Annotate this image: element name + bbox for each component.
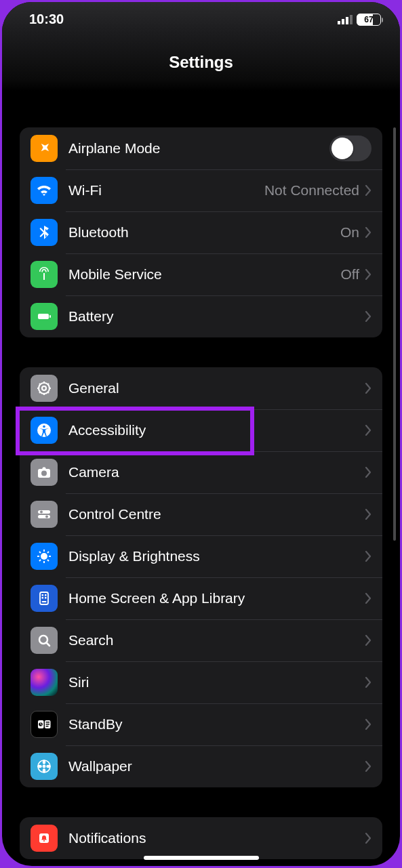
settings-group: Airplane ModeWi-FiNot ConnectedBluetooth…	[20, 127, 382, 337]
row-label: Bluetooth	[68, 224, 340, 241]
standby-icon	[31, 711, 58, 738]
page-title: Settings	[2, 33, 400, 91]
chevron-right-icon	[365, 383, 371, 394]
chevron-right-icon	[365, 677, 371, 688]
chevron-right-icon	[365, 833, 371, 844]
row-label: Airplane Mode	[68, 140, 329, 157]
row-label: Home Screen & App Library	[68, 590, 365, 606]
status-bar: 10:30 67	[2, 2, 400, 33]
status-right: 67	[338, 14, 381, 26]
chevron-right-icon	[365, 311, 371, 322]
chevron-right-icon	[365, 719, 371, 730]
row-label: Wi-Fi	[68, 182, 264, 199]
row-label: StandBy	[68, 716, 365, 732]
row-value: Not Connected	[264, 182, 359, 199]
row-airplane[interactable]: Airplane Mode	[20, 127, 382, 169]
chevron-right-icon	[365, 467, 371, 478]
settings-group: GeneralAccessibilityCameraControl Centre…	[20, 367, 382, 787]
settings-group: Notifications	[20, 817, 382, 859]
svg-rect-2	[346, 17, 348, 24]
chevron-right-icon	[365, 761, 371, 772]
row-label: Battery	[68, 308, 365, 325]
airplane-toggle[interactable]	[329, 136, 371, 161]
control-centre-icon	[31, 501, 58, 528]
general-icon	[31, 375, 58, 402]
chevron-right-icon	[365, 509, 371, 520]
row-standby[interactable]: StandBy	[20, 703, 382, 745]
row-display[interactable]: Display & Brightness	[20, 535, 382, 577]
row-wifi[interactable]: Wi-FiNot Connected	[20, 169, 382, 211]
row-battery[interactable]: Battery	[20, 295, 382, 337]
row-label: Siri	[68, 674, 365, 690]
chevron-right-icon	[365, 551, 371, 562]
chevron-right-icon	[365, 269, 371, 280]
row-wallpaper[interactable]: Wallpaper	[20, 745, 382, 787]
airplane-icon	[31, 135, 58, 162]
settings-scroll[interactable]: Airplane ModeWi-FiNot ConnectedBluetooth…	[2, 94, 400, 866]
camera-icon	[31, 459, 58, 486]
svg-rect-0	[338, 21, 340, 24]
chevron-right-icon	[365, 227, 371, 238]
cellular-signal-icon	[338, 15, 353, 24]
row-label: Accessibility	[68, 422, 365, 438]
wifi-icon	[31, 177, 58, 204]
wallpaper-icon	[31, 753, 58, 780]
row-label: Mobile Service	[68, 266, 340, 283]
row-label: General	[68, 380, 365, 396]
row-general[interactable]: General	[20, 367, 382, 409]
row-camera[interactable]: Camera	[20, 451, 382, 493]
battery-icon: 67	[357, 14, 381, 26]
row-label: Notifications	[68, 830, 365, 846]
row-bluetooth[interactable]: BluetoothOn	[20, 211, 382, 253]
battery-icon	[31, 303, 58, 330]
row-label: Search	[68, 632, 365, 648]
chevron-right-icon	[365, 185, 371, 196]
row-accessibility[interactable]: Accessibility	[20, 409, 382, 451]
bluetooth-icon	[31, 219, 58, 246]
accessibility-icon	[31, 417, 58, 444]
search-icon	[31, 627, 58, 654]
svg-rect-3	[350, 15, 353, 24]
chevron-right-icon	[365, 425, 371, 436]
row-siri[interactable]: Siri	[20, 661, 382, 703]
row-mobile[interactable]: Mobile ServiceOff	[20, 253, 382, 295]
notifications-icon	[31, 825, 58, 852]
chevron-right-icon	[365, 635, 371, 646]
chevron-right-icon	[365, 593, 371, 604]
device-frame: 10:30 67 Settings Airplane ModeWi-FiNot …	[2, 2, 400, 866]
row-control-centre[interactable]: Control Centre	[20, 493, 382, 535]
row-notifications[interactable]: Notifications	[20, 817, 382, 859]
scrollbar[interactable]	[393, 127, 396, 541]
mobile-icon	[31, 261, 58, 288]
row-home-screen[interactable]: Home Screen & App Library	[20, 577, 382, 619]
status-time: 10:30	[29, 12, 64, 27]
svg-rect-1	[342, 19, 344, 24]
row-label: Control Centre	[68, 506, 365, 522]
home-indicator[interactable]	[144, 856, 259, 860]
row-search[interactable]: Search	[20, 619, 382, 661]
row-label: Display & Brightness	[68, 548, 365, 564]
row-value: Off	[340, 266, 359, 283]
siri-icon	[31, 669, 58, 696]
row-label: Camera	[68, 464, 365, 480]
home-screen-icon	[31, 585, 58, 612]
row-label: Wallpaper	[68, 758, 365, 774]
row-value: On	[340, 224, 359, 241]
display-icon	[31, 543, 58, 570]
